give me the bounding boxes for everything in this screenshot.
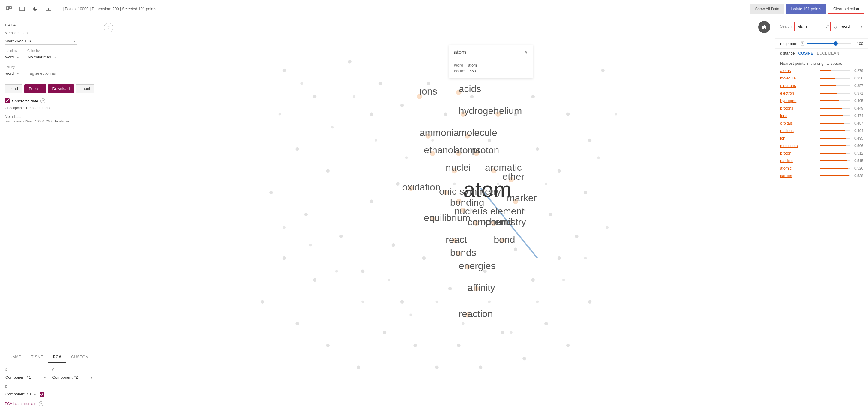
- nearest-word[interactable]: particle: [780, 158, 817, 163]
- nearest-word[interactable]: orbitals: [780, 121, 817, 125]
- svg-text:A: A: [48, 8, 50, 11]
- nearest-word[interactable]: atomic: [780, 166, 817, 170]
- svg-point-53: [396, 182, 400, 186]
- nearest-point-item: ion 0.495: [775, 135, 868, 142]
- nearest-word[interactable]: molecule: [780, 76, 817, 80]
- y-component-wrap[interactable]: Component #2: [52, 374, 94, 381]
- tab-tsne[interactable]: T-SNE: [26, 352, 48, 363]
- x-component-select[interactable]: Component #1: [5, 374, 37, 381]
- atom-popup-count-row: count 550: [454, 69, 528, 73]
- edit-by-group: Edit by word: [5, 65, 20, 77]
- svg-point-85: [615, 113, 617, 116]
- tensors-found: 5 tensors found: [5, 31, 94, 35]
- nearest-bar-fill: [820, 85, 836, 86]
- nearest-value: 0.526: [852, 166, 863, 170]
- nearest-value: 0.357: [852, 84, 863, 88]
- nearest-word[interactable]: atoms: [780, 68, 817, 73]
- neighbors-slider-track[interactable]: [807, 43, 851, 44]
- help-float-btn[interactable]: ?: [104, 23, 113, 32]
- nearest-word[interactable]: hydrogen: [780, 98, 817, 103]
- nearest-bar-fill: [820, 175, 848, 176]
- night-mode-btn[interactable]: [30, 4, 41, 14]
- word-acids: acids: [459, 83, 482, 94]
- nearest-value: 0.515: [852, 159, 863, 163]
- tab-custom[interactable]: CUSTOM: [66, 352, 94, 363]
- pca-help-icon[interactable]: ?: [39, 402, 43, 406]
- search-input-container[interactable]: .*: [794, 22, 831, 31]
- nearest-word[interactable]: carbon: [780, 173, 817, 178]
- color-by-select-wrap[interactable]: No color map: [27, 54, 57, 61]
- svg-point-22: [400, 300, 404, 303]
- by-select-wrap[interactable]: word label metadata: [841, 23, 863, 29]
- nearest-point-item: ions 0.474: [775, 112, 868, 119]
- edit-by-select-wrap[interactable]: word: [5, 70, 20, 77]
- z-component-wrap[interactable]: Component #3: [5, 390, 37, 398]
- svg-point-23: [361, 269, 365, 273]
- search-input[interactable]: [796, 23, 826, 30]
- nearest-word[interactable]: molecules: [780, 143, 817, 148]
- z-component-select[interactable]: Component #3: [5, 390, 37, 398]
- atom-popup-title: atom: [454, 49, 466, 56]
- distance-cosine-btn[interactable]: COSINE: [798, 51, 813, 56]
- atom-popup-count-key: count: [454, 69, 465, 73]
- nearest-word[interactable]: ion: [780, 136, 817, 140]
- checkpoint-value: Demo datasets: [26, 106, 51, 110]
- load-btn[interactable]: Load: [5, 84, 23, 93]
- label-btn[interactable]: Label: [76, 84, 94, 93]
- y-component-select[interactable]: Component #2: [52, 374, 84, 381]
- nearest-word[interactable]: electrons: [780, 83, 817, 88]
- metadata-label: Metadata:: [5, 115, 21, 119]
- label-by-select[interactable]: word: [5, 54, 20, 61]
- home-float-btn[interactable]: [758, 21, 770, 33]
- selection-tool-btn[interactable]: [4, 4, 14, 14]
- nearest-word[interactable]: ions: [780, 113, 817, 118]
- word-hydrogen: hydrogen: [459, 105, 499, 116]
- tensor-select-wrap[interactable]: Word2Vec 10K: [5, 37, 77, 45]
- by-select[interactable]: word label metadata: [841, 23, 863, 29]
- color-by-select[interactable]: No color map: [27, 54, 57, 61]
- word-chemistry: chemistry: [485, 216, 526, 227]
- download-btn[interactable]: Download: [48, 84, 74, 93]
- nearest-point-item: proton 0.512: [775, 149, 868, 157]
- atom-popup-header: atom ∧: [449, 45, 533, 59]
- tag-input[interactable]: [27, 70, 75, 77]
- atom-popup-close-btn[interactable]: ∧: [524, 49, 528, 56]
- scatter-plot[interactable]: ions acids hydrogen helium ammonia molec…: [99, 18, 775, 411]
- tensor-select[interactable]: Word2Vec 10K: [5, 37, 77, 45]
- distance-euclidean-btn[interactable]: EUCLIDEAN: [817, 51, 839, 56]
- label-by-select-wrap[interactable]: word: [5, 54, 20, 61]
- svg-point-64: [431, 139, 434, 142]
- word-nuclei: nuclei: [446, 162, 471, 173]
- nearest-bar-track: [820, 175, 850, 176]
- x-component-wrap[interactable]: Component #1: [5, 374, 47, 381]
- nearest-word[interactable]: nucleus: [780, 128, 817, 133]
- isolate-btn[interactable]: Isolate 101 points: [786, 4, 826, 14]
- atom-popup-word-value: atom: [468, 63, 477, 67]
- sphereize-checkbox[interactable]: [5, 98, 9, 103]
- nearest-word[interactable]: protons: [780, 106, 817, 110]
- zoom-tool-btn[interactable]: [17, 4, 28, 14]
- show-all-btn[interactable]: Show All Data: [750, 4, 784, 14]
- nearest-word[interactable]: electron: [780, 91, 817, 95]
- neighbors-help-icon[interactable]: ?: [800, 41, 804, 46]
- canvas-area[interactable]: ?: [99, 18, 775, 411]
- edit-by-select[interactable]: word: [5, 70, 20, 77]
- nearest-bar-fill: [820, 100, 839, 101]
- nearest-word[interactable]: proton: [780, 151, 817, 155]
- distance-label: distance: [780, 51, 795, 56]
- labels-btn[interactable]: A: [43, 4, 54, 14]
- tool-buttons: A: [4, 4, 54, 14]
- svg-point-58: [279, 113, 281, 116]
- word-ammonia: ammonia: [420, 127, 459, 138]
- svg-point-12: [269, 191, 273, 195]
- sphereize-help-icon[interactable]: ?: [40, 98, 45, 103]
- regex-label[interactable]: .*: [826, 24, 829, 29]
- tab-pca[interactable]: PCA: [48, 352, 66, 363]
- publish-btn[interactable]: Publish: [24, 84, 46, 93]
- word-bonds: bonds: [450, 247, 476, 258]
- z-component-checkbox[interactable]: [39, 392, 44, 397]
- neighbors-slider-thumb[interactable]: [834, 41, 838, 46]
- svg-point-49: [488, 139, 491, 142]
- tab-umap[interactable]: UMAP: [5, 352, 26, 363]
- clear-selection-btn[interactable]: Clear selection: [828, 4, 864, 14]
